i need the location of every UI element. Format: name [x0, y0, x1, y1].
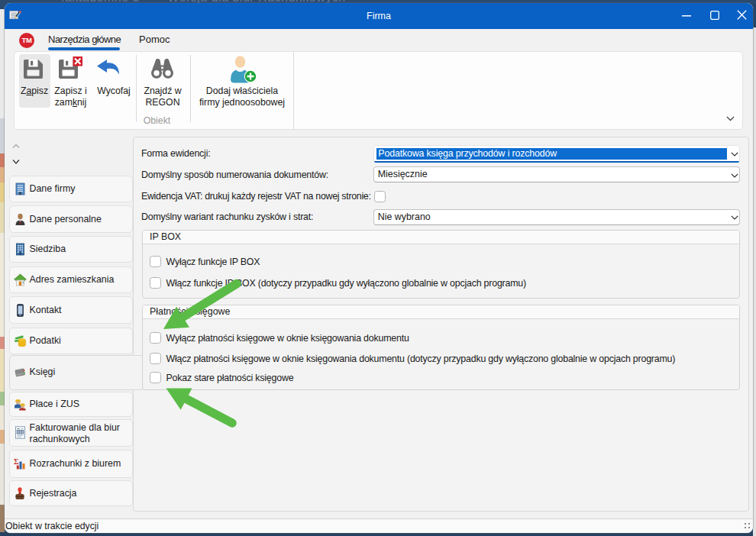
- svg-text:Σ: Σ: [14, 457, 19, 466]
